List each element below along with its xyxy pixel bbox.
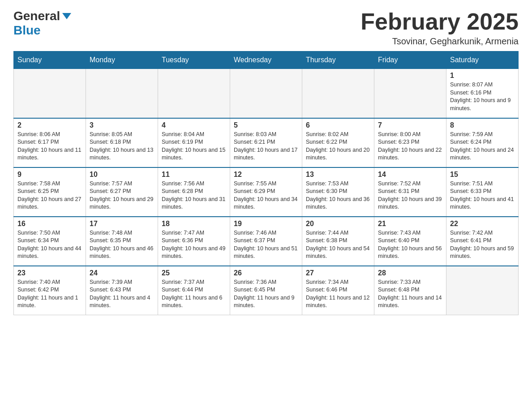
calendar-cell: 12Sunrise: 7:55 AMSunset: 6:29 PMDayligh… (230, 167, 302, 217)
day-number: 28 (378, 269, 442, 277)
day-info: Sunrise: 7:37 AMSunset: 6:44 PMDaylight:… (162, 278, 226, 310)
day-info: Sunrise: 7:52 AMSunset: 6:31 PMDaylight:… (378, 180, 442, 211)
calendar-cell: 27Sunrise: 7:34 AMSunset: 6:46 PMDayligh… (302, 266, 374, 315)
day-info: Sunrise: 7:48 AMSunset: 6:35 PMDaylight:… (90, 229, 154, 261)
page-header: General Blue February 2025 Tsovinar, Geg… (13, 9, 519, 47)
calendar-cell: 10Sunrise: 7:57 AMSunset: 6:27 PMDayligh… (86, 167, 158, 217)
calendar-cell (158, 69, 230, 118)
calendar-cell (230, 69, 302, 118)
calendar-cell: 20Sunrise: 7:44 AMSunset: 6:38 PMDayligh… (302, 217, 374, 266)
day-info: Sunrise: 8:00 AMSunset: 6:23 PMDaylight:… (378, 131, 442, 162)
day-number: 13 (306, 171, 370, 179)
day-of-week-header: Saturday (446, 51, 519, 69)
calendar-cell: 11Sunrise: 7:56 AMSunset: 6:28 PMDayligh… (158, 167, 230, 217)
day-info: Sunrise: 7:50 AMSunset: 6:34 PMDaylight:… (17, 229, 82, 261)
day-info: Sunrise: 7:33 AMSunset: 6:48 PMDaylight:… (378, 278, 442, 310)
calendar-cell: 3Sunrise: 8:05 AMSunset: 6:18 PMDaylight… (86, 118, 158, 167)
calendar-cell (374, 69, 446, 118)
day-info: Sunrise: 7:55 AMSunset: 6:29 PMDaylight:… (234, 180, 298, 211)
calendar-cell: 5Sunrise: 8:03 AMSunset: 6:21 PMDaylight… (230, 118, 302, 167)
calendar-table: SundayMondayTuesdayWednesdayThursdayFrid… (13, 51, 519, 315)
day-number: 21 (378, 220, 442, 228)
day-of-week-header: Monday (86, 51, 158, 69)
day-number: 8 (450, 121, 515, 129)
day-info: Sunrise: 7:36 AMSunset: 6:45 PMDaylight:… (234, 278, 298, 310)
calendar-cell: 14Sunrise: 7:52 AMSunset: 6:31 PMDayligh… (374, 167, 446, 217)
day-number: 7 (378, 121, 442, 129)
day-info: Sunrise: 8:06 AMSunset: 6:17 PMDaylight:… (17, 131, 82, 162)
day-number: 1 (450, 72, 515, 80)
calendar-cell: 21Sunrise: 7:43 AMSunset: 6:40 PMDayligh… (374, 217, 446, 266)
day-number: 16 (17, 220, 82, 228)
logo-general: General (13, 9, 60, 23)
calendar-cell: 26Sunrise: 7:36 AMSunset: 6:45 PMDayligh… (230, 266, 302, 315)
day-info: Sunrise: 7:47 AMSunset: 6:36 PMDaylight:… (162, 229, 226, 261)
day-number: 10 (90, 171, 154, 179)
calendar-cell (14, 69, 86, 118)
day-number: 17 (90, 220, 154, 228)
calendar-week-row: 16Sunrise: 7:50 AMSunset: 6:34 PMDayligh… (14, 217, 519, 266)
day-info: Sunrise: 8:03 AMSunset: 6:21 PMDaylight:… (234, 131, 298, 162)
calendar-cell (302, 69, 374, 118)
day-of-week-header: Tuesday (158, 51, 230, 69)
day-info: Sunrise: 7:56 AMSunset: 6:28 PMDaylight:… (162, 180, 226, 211)
day-info: Sunrise: 8:05 AMSunset: 6:18 PMDaylight:… (90, 131, 154, 162)
calendar-cell (86, 69, 158, 118)
day-info: Sunrise: 7:42 AMSunset: 6:41 PMDaylight:… (450, 229, 515, 261)
calendar-cell: 24Sunrise: 7:39 AMSunset: 6:43 PMDayligh… (86, 266, 158, 315)
day-number: 25 (162, 269, 226, 277)
day-info: Sunrise: 8:02 AMSunset: 6:22 PMDaylight:… (306, 131, 370, 162)
calendar-cell (446, 266, 519, 315)
calendar-week-row: 2Sunrise: 8:06 AMSunset: 6:17 PMDaylight… (14, 118, 519, 167)
day-number: 20 (306, 220, 370, 228)
day-of-week-header: Wednesday (230, 51, 302, 69)
calendar-week-row: 23Sunrise: 7:40 AMSunset: 6:42 PMDayligh… (14, 266, 519, 315)
logo-arrow-icon (62, 13, 71, 19)
day-of-week-header: Friday (374, 51, 446, 69)
calendar-cell: 16Sunrise: 7:50 AMSunset: 6:34 PMDayligh… (14, 217, 86, 266)
calendar-cell: 23Sunrise: 7:40 AMSunset: 6:42 PMDayligh… (14, 266, 86, 315)
calendar-cell: 4Sunrise: 8:04 AMSunset: 6:19 PMDaylight… (158, 118, 230, 167)
calendar-cell: 15Sunrise: 7:51 AMSunset: 6:33 PMDayligh… (446, 167, 519, 217)
calendar-cell: 19Sunrise: 7:46 AMSunset: 6:37 PMDayligh… (230, 217, 302, 266)
day-number: 26 (234, 269, 298, 277)
calendar-cell: 1Sunrise: 8:07 AMSunset: 6:16 PMDaylight… (446, 69, 519, 118)
day-number: 22 (450, 220, 515, 228)
day-of-week-header: Sunday (14, 51, 86, 69)
day-info: Sunrise: 7:53 AMSunset: 6:30 PMDaylight:… (306, 180, 370, 211)
logo-text: General (13, 9, 71, 23)
day-number: 2 (17, 121, 82, 129)
calendar-cell: 17Sunrise: 7:48 AMSunset: 6:35 PMDayligh… (86, 217, 158, 266)
day-number: 18 (162, 220, 226, 228)
location-label: Tsovinar, Gegharkunik, Armenia (360, 36, 519, 47)
day-info: Sunrise: 7:58 AMSunset: 6:25 PMDaylight:… (17, 180, 82, 211)
day-number: 3 (90, 121, 154, 129)
calendar-cell: 6Sunrise: 8:02 AMSunset: 6:22 PMDaylight… (302, 118, 374, 167)
day-info: Sunrise: 7:44 AMSunset: 6:38 PMDaylight:… (306, 229, 370, 261)
day-number: 6 (306, 121, 370, 129)
day-number: 23 (17, 269, 82, 277)
month-title: February 2025 (360, 9, 519, 34)
day-info: Sunrise: 7:46 AMSunset: 6:37 PMDaylight:… (234, 229, 298, 261)
calendar-week-row: 1Sunrise: 8:07 AMSunset: 6:16 PMDaylight… (14, 69, 519, 118)
calendar-cell: 9Sunrise: 7:58 AMSunset: 6:25 PMDaylight… (14, 167, 86, 217)
day-number: 19 (234, 220, 298, 228)
day-number: 4 (162, 121, 226, 129)
day-number: 11 (162, 171, 226, 179)
calendar-cell: 8Sunrise: 7:59 AMSunset: 6:24 PMDaylight… (446, 118, 519, 167)
calendar-header-row: SundayMondayTuesdayWednesdayThursdayFrid… (14, 51, 519, 69)
logo-blue: Blue (13, 23, 41, 38)
day-info: Sunrise: 7:59 AMSunset: 6:24 PMDaylight:… (450, 131, 515, 162)
calendar-cell: 28Sunrise: 7:33 AMSunset: 6:48 PMDayligh… (374, 266, 446, 315)
day-info: Sunrise: 7:43 AMSunset: 6:40 PMDaylight:… (378, 229, 442, 261)
logo: General Blue (13, 9, 71, 38)
day-number: 12 (234, 171, 298, 179)
calendar-cell: 25Sunrise: 7:37 AMSunset: 6:44 PMDayligh… (158, 266, 230, 315)
day-number: 14 (378, 171, 442, 179)
calendar-cell: 18Sunrise: 7:47 AMSunset: 6:36 PMDayligh… (158, 217, 230, 266)
day-info: Sunrise: 7:51 AMSunset: 6:33 PMDaylight:… (450, 180, 515, 211)
calendar-cell: 2Sunrise: 8:06 AMSunset: 6:17 PMDaylight… (14, 118, 86, 167)
calendar-cell: 22Sunrise: 7:42 AMSunset: 6:41 PMDayligh… (446, 217, 519, 266)
day-info: Sunrise: 7:57 AMSunset: 6:27 PMDaylight:… (90, 180, 154, 211)
day-number: 27 (306, 269, 370, 277)
